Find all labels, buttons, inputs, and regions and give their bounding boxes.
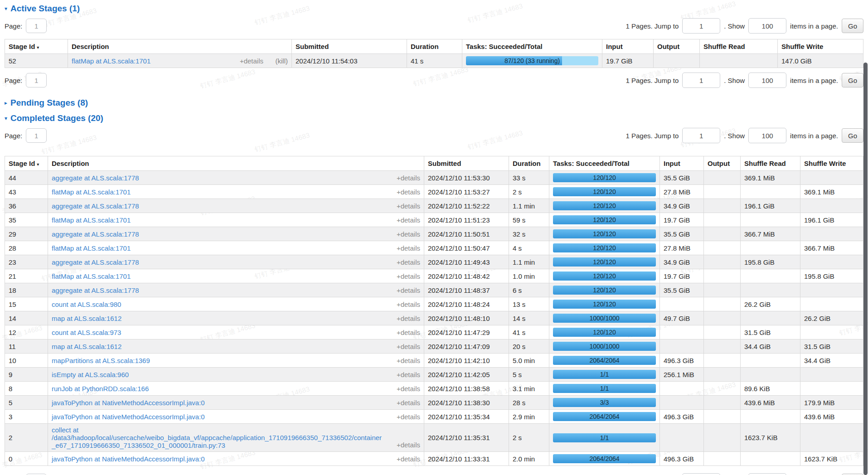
output-cell xyxy=(704,283,741,297)
submitted-cell: 2024/12/10 11:47:09 xyxy=(424,339,509,354)
details-toggle[interactable]: +details xyxy=(397,343,420,350)
jump-to-input[interactable] xyxy=(682,18,720,34)
stage-description-link[interactable]: flatMap at ALS.scala:1701 xyxy=(52,216,131,224)
stage-id-cell: 10 xyxy=(5,354,48,368)
stage-description-link[interactable]: flatMap at ALS.scala:1701 xyxy=(52,188,131,196)
description-cell: count at ALS.scala:973+details xyxy=(48,325,424,339)
col-header-tasks-succeeded-total[interactable]: Tasks: Succeeded/Total xyxy=(549,156,660,171)
go-button[interactable]: Go xyxy=(842,19,863,33)
col-header-input[interactable]: Input xyxy=(602,39,654,54)
stage-id-cell: 8 xyxy=(5,382,48,396)
submitted-cell: 2024/12/10 11:50:47 xyxy=(424,241,509,255)
col-header-description[interactable]: Description xyxy=(68,39,292,54)
items-per-page-input[interactable] xyxy=(748,73,786,88)
stage-description-link[interactable]: aggregate at ALS.scala:1778 xyxy=(52,230,139,238)
details-toggle[interactable]: +details xyxy=(397,315,420,322)
details-toggle[interactable]: +details xyxy=(397,413,420,421)
items-per-page-input[interactable] xyxy=(748,18,786,34)
tasks-cell: 3/3 xyxy=(549,396,660,410)
stage-description-link[interactable]: javaToPython at NativeMethodAccessorImpl… xyxy=(52,413,205,421)
col-header-shuffle-write[interactable]: Shuffle Write xyxy=(778,39,863,54)
items-per-page-input[interactable] xyxy=(748,473,786,475)
stage-description-link[interactable]: javaToPython at NativeMethodAccessorImpl… xyxy=(52,455,205,463)
details-toggle[interactable]: +details xyxy=(397,399,420,407)
go-button[interactable]: Go xyxy=(842,73,863,87)
details-toggle[interactable]: +details xyxy=(397,188,420,196)
stage-description-link[interactable]: javaToPython at NativeMethodAccessorImpl… xyxy=(52,399,205,407)
jump-to-input[interactable] xyxy=(682,128,720,143)
col-header-tasks-succeeded-total[interactable]: Tasks: Succeeded/Total xyxy=(462,39,602,54)
shuffle-read-cell: 369.1 MiB xyxy=(741,171,800,185)
jump-to-input[interactable] xyxy=(682,473,720,475)
details-toggle[interactable]: +details xyxy=(397,230,420,238)
stage-description-link[interactable]: flatMap at ALS.scala:1701 xyxy=(52,244,131,252)
stage-id-cell: 2 xyxy=(5,424,48,452)
stage-description-link[interactable]: aggregate at ALS.scala:1778 xyxy=(52,258,139,266)
progress-label: 120/120 xyxy=(553,257,656,267)
details-toggle[interactable]: +details xyxy=(397,385,420,393)
col-header-duration[interactable]: Duration xyxy=(509,156,549,171)
col-header-stage-id[interactable]: Stage Id▾ xyxy=(5,39,68,54)
col-header-shuffle-write[interactable]: Shuffle Write xyxy=(800,156,863,171)
jump-to-input[interactable] xyxy=(682,73,720,88)
col-header-output[interactable]: Output xyxy=(704,156,741,171)
tasks-cell: 120/120 xyxy=(549,227,660,241)
col-header-input[interactable]: Input xyxy=(660,156,704,171)
details-toggle[interactable]: +details xyxy=(397,371,420,378)
details-toggle[interactable]: +details xyxy=(397,216,420,224)
shuffle-read-cell xyxy=(741,368,800,382)
col-header-shuffle-read[interactable]: Shuffle Read xyxy=(700,39,778,54)
description-cell: isEmpty at ALS.scala:960+details xyxy=(48,368,424,382)
col-header-output[interactable]: Output xyxy=(654,39,700,54)
col-header-shuffle-read[interactable]: Shuffle Read xyxy=(741,156,800,171)
section-title: Completed Stages (20) xyxy=(10,113,103,123)
col-header-stage-id[interactable]: Stage Id▾ xyxy=(5,156,48,171)
stage-description-link[interactable]: map at ALS.scala:1612 xyxy=(52,343,121,350)
stage-description-link[interactable]: mapPartitions at ALS.scala:1369 xyxy=(52,357,150,364)
section-completed-stages-header[interactable]: ▾ Completed Stages (20) xyxy=(5,113,863,123)
details-toggle[interactable]: +details xyxy=(397,258,420,266)
col-header-description[interactable]: Description xyxy=(48,156,424,171)
details-toggle[interactable]: +details xyxy=(397,441,420,449)
output-cell xyxy=(704,241,741,255)
section-active-stages-header[interactable]: ▾ Active Stages (1) xyxy=(5,4,863,14)
stage-description-link[interactable]: count at ALS.scala:973 xyxy=(52,329,121,336)
stage-description-link[interactable]: aggregate at ALS.scala:1778 xyxy=(52,286,139,294)
section-pending-stages-header[interactable]: ▸ Pending Stages (8) xyxy=(5,98,863,108)
tasks-cell: 120/120 xyxy=(549,297,660,311)
stage-description-link[interactable]: flatMap at ALS.scala:1701 xyxy=(52,272,131,280)
shuffle-read-cell: 439.6 MiB xyxy=(741,396,800,410)
scrollbar-thumb[interactable] xyxy=(863,63,868,475)
stage-description-link[interactable]: collect at /data3/hadoop/local/usercache… xyxy=(52,426,382,449)
items-per-page-input[interactable] xyxy=(748,128,786,143)
details-toggle[interactable]: +details xyxy=(397,357,420,364)
stage-description-link[interactable]: flatMap at ALS.scala:1701 xyxy=(72,57,150,65)
col-header-submitted[interactable]: Submitted xyxy=(292,39,407,54)
page-number-input[interactable] xyxy=(26,128,47,143)
details-toggle[interactable]: +details xyxy=(397,301,420,308)
stage-description-link[interactable]: count at ALS.scala:980 xyxy=(52,301,121,308)
stage-description-link[interactable]: aggregate at ALS.scala:1778 xyxy=(52,174,139,182)
description-cell: flatMap at ALS.scala:1701+details(kill) xyxy=(68,54,292,68)
col-header-submitted[interactable]: Submitted xyxy=(424,156,509,171)
stage-description-link[interactable]: isEmpty at ALS.scala:960 xyxy=(52,371,129,378)
col-header-duration[interactable]: Duration xyxy=(407,39,462,54)
output-cell xyxy=(704,311,741,325)
stage-description-link[interactable]: map at ALS.scala:1612 xyxy=(52,315,121,322)
input-cell: 35.5 GiB xyxy=(660,283,704,297)
page-number-input[interactable] xyxy=(26,73,47,87)
details-toggle[interactable]: +details xyxy=(397,272,420,280)
details-toggle[interactable]: +details xyxy=(397,174,420,182)
details-toggle[interactable]: +details xyxy=(397,244,420,252)
details-toggle[interactable]: +details xyxy=(397,455,420,463)
go-button[interactable]: Go xyxy=(842,128,863,143)
kill-link[interactable]: (kill) xyxy=(276,57,288,65)
details-toggle[interactable]: +details xyxy=(397,202,420,210)
stage-description-link[interactable]: aggregate at ALS.scala:1778 xyxy=(52,202,139,210)
shuffle-write-cell xyxy=(800,424,863,452)
details-toggle[interactable]: +details xyxy=(240,57,263,65)
details-toggle[interactable]: +details xyxy=(397,286,420,294)
stage-description-link[interactable]: runJob at PythonRDD.scala:166 xyxy=(52,385,149,393)
page-number-input[interactable] xyxy=(26,19,47,33)
details-toggle[interactable]: +details xyxy=(397,329,420,336)
